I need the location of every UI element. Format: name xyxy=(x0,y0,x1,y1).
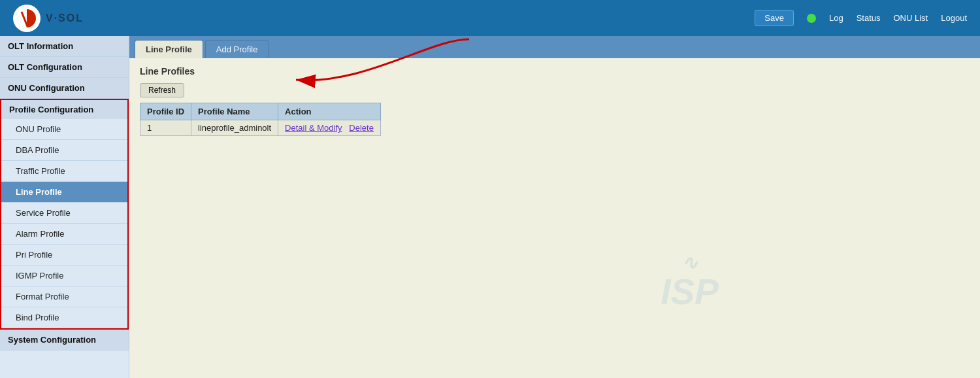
profile-config-section: Profile Configuration ONU Profile DBA Pr… xyxy=(0,99,129,330)
status-link[interactable]: Status xyxy=(857,13,881,23)
sidebar-item-service-profile[interactable]: Service Profile xyxy=(1,203,127,224)
section-title: Line Profiles xyxy=(140,66,970,77)
header-right: Save Log Status ONU List Logout xyxy=(755,10,967,26)
tab-add-profile[interactable]: Add Profile xyxy=(205,40,269,58)
table-header-row: Profile ID Profile Name Action xyxy=(140,103,381,120)
sidebar-item-onu-profile[interactable]: ONU Profile xyxy=(1,119,127,140)
profile-config-header[interactable]: Profile Configuration xyxy=(1,100,127,119)
sidebar-item-bind-profile[interactable]: Bind Profile xyxy=(1,307,127,328)
header: V·SOL Save Log Status ONU List Logout xyxy=(0,0,980,36)
cell-profile-id: 1 xyxy=(140,120,191,136)
isp-text: ISP xyxy=(661,271,719,313)
col-header-action: Action xyxy=(278,103,381,120)
log-link[interactable]: Log xyxy=(829,13,843,23)
delete-link[interactable]: Delete xyxy=(349,123,374,133)
tab-bar: Line Profile Add Profile xyxy=(129,36,980,58)
content-area: Line Profile Add Profile Line Profiles R… xyxy=(129,36,980,378)
status-indicator xyxy=(807,14,816,23)
logout-link[interactable]: Logout xyxy=(941,13,967,23)
logo-area: V·SOL xyxy=(13,5,84,32)
logo-text: V·SOL xyxy=(46,12,84,24)
sidebar-item-alarm-profile[interactable]: Alarm Profile xyxy=(1,224,127,245)
cell-profile-name: lineprofile_adminolt xyxy=(191,120,278,136)
onu-list-link[interactable]: ONU List xyxy=(894,13,928,23)
main-content: Line Profiles Refresh Profile ID Profile… xyxy=(129,58,980,144)
sidebar-item-olt-information[interactable]: OLT Information xyxy=(0,36,129,57)
tab-bar-container: Line Profile Add Profile xyxy=(129,36,980,58)
sidebar: OLT Information OLT Configuration ONU Co… xyxy=(0,36,129,378)
main-layout: OLT Information OLT Configuration ONU Co… xyxy=(0,36,980,378)
tab-line-profile[interactable]: Line Profile xyxy=(135,40,203,58)
cell-actions: Detail & Modify Delete xyxy=(278,120,381,136)
table-row: 1 lineprofile_adminolt Detail & Modify D… xyxy=(140,120,381,136)
sidebar-item-format-profile[interactable]: Format Profile xyxy=(1,286,127,307)
refresh-button[interactable]: Refresh xyxy=(140,83,184,97)
isp-watermark: ∿ ISP xyxy=(661,251,719,313)
profiles-table: Profile ID Profile Name Action 1 linepro… xyxy=(140,103,381,136)
detail-modify-link[interactable]: Detail & Modify xyxy=(285,123,342,133)
sidebar-item-traffic-profile[interactable]: Traffic Profile xyxy=(1,161,127,182)
sidebar-item-olt-configuration[interactable]: OLT Configuration xyxy=(0,57,129,78)
sidebar-item-dba-profile[interactable]: DBA Profile xyxy=(1,140,127,161)
sidebar-item-onu-configuration[interactable]: ONU Configuration xyxy=(0,78,129,99)
sidebar-item-line-profile[interactable]: Line Profile xyxy=(1,182,127,203)
save-button[interactable]: Save xyxy=(755,10,794,26)
sidebar-item-system-configuration[interactable]: System Configuration xyxy=(0,330,129,351)
col-header-profile-id: Profile ID xyxy=(140,103,191,120)
vsol-logo-icon xyxy=(13,5,41,32)
sidebar-item-pri-profile[interactable]: Pri Profile xyxy=(1,245,127,266)
sidebar-item-igmp-profile[interactable]: IGMP Profile xyxy=(1,266,127,286)
col-header-profile-name: Profile Name xyxy=(191,103,278,120)
